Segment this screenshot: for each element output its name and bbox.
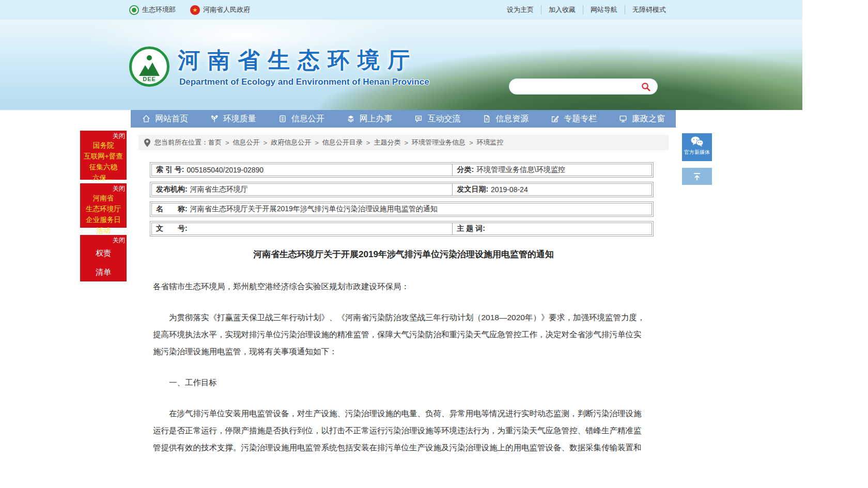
official-media-label: 官方新媒体 [684,149,710,156]
breadcrumb-item-env-mgmt[interactable]: 环境管理业务信息 [412,138,466,147]
promo-line: 河南省 [80,193,127,203]
nav-item-label: 专题专栏 [564,114,597,124]
meta-document-name: 名 称: 河南省生态环境厅关于开展2019年涉气排污单位污染治理设施用电监管的通… [152,203,652,215]
meta-value: 环境管理业务信息\环境监控 [476,165,565,175]
article-body: 各省辖市生态环境局，郑州航空港经济综合实验区规划市政建设环保局： 为贯彻落实《打… [153,278,648,457]
breadcrumb-separator: > [225,139,229,147]
meta-label: 主 题 词: [457,224,485,233]
breadcrumb-separator: > [315,139,319,147]
chat-icon [414,114,423,123]
set-homepage-link[interactable]: 设为主页 [500,5,541,14]
meta-keywords: 主 题 词: [452,223,652,234]
promo-box-service-day[interactable]: 关闭 河南省 生态环境厅 企业服务日 活动 [80,183,127,228]
topbar-link-label: 生态环境部 [142,5,176,14]
back-to-top-button[interactable] [682,168,712,185]
top-utility-bar: 生态环境部 河南省人民政府 设为主页 加入收藏 网站导航 无障碍模式 [0,0,802,20]
breadcrumb-item-catalog[interactable]: 信息公开目录 [322,138,363,147]
nav-item-label: 互动交流 [427,114,460,124]
nav-item-label: 网上办事 [360,114,393,124]
nav-item-label: 网站首页 [155,114,188,124]
meta-value: 河南省生态环境厅关于开展2019年涉气排污单位污染治理设施用电监管的通知 [190,204,438,214]
close-button[interactable]: 关闭 [113,132,125,140]
nav-item-interaction[interactable]: 互动交流 [404,110,472,128]
breadcrumb-separator: > [469,139,473,147]
promo-line: 清单 [80,262,127,281]
wechat-icon [690,133,704,147]
back-to-top-icon [692,172,702,181]
location-pin-icon [144,138,151,147]
topbar-link-label: 河南省人民政府 [203,5,250,14]
book-icon [278,114,287,123]
meta-label: 索 引 号: [156,165,184,175]
breadcrumb-item-env-monitoring[interactable]: 环境监控 [477,138,504,147]
site-title: 河南省生态环境厅 [178,45,417,75]
document-meta-table: 索 引 号: 005185040/2019-02890 分类: 环境管理业务信息… [150,162,654,241]
table-row: 索 引 号: 005185040/2019-02890 分类: 环境管理业务信息… [150,162,654,178]
meta-issuing-agency: 发布机构: 河南省生态环境厅 [152,184,451,195]
promo-line: 互联网+督查 [80,151,127,162]
promo-line: 活动 [80,225,127,236]
nav-item-label: 信息公开 [291,114,324,124]
close-button[interactable]: 关闭 [113,184,125,193]
promo-line: 国务院 [80,140,127,151]
breadcrumb-separator: > [366,139,370,147]
breadcrumb-separator: > [264,139,268,147]
topbar-right-links: 设为主页 加入收藏 网站导航 无障碍模式 [500,0,673,20]
promo-line: 征集六稳 [80,162,127,172]
nav-item-integrity[interactable]: 廉政之窗 [608,110,676,128]
search-icon [641,82,651,92]
mee-logo-icon [129,5,139,15]
breadcrumb-separator: > [404,139,408,147]
nav-item-home[interactable]: 网站首页 [131,110,199,128]
promo-line: 六保.... [80,172,127,183]
promo-line: 生态环境厅 [80,203,127,214]
breadcrumb-item-info-disclosure[interactable]: 信息公开 [233,138,260,147]
add-favorite-link[interactable]: 加入收藏 [541,5,583,14]
breadcrumb: 您当前所在位置： 首页 > 信息公开 > 政府信息公开 > 信息公开目录 > 主… [138,135,669,150]
sprout-icon [210,114,219,123]
logo-mountains [139,62,160,76]
promo-line: 权责 [80,243,127,262]
promo-line: 企业服务日 [80,214,127,225]
nav-item-label: 信息资源 [495,114,529,124]
main-nav: 网站首页 环境质量 信息公开 网上办事 互动交流 [131,110,676,128]
topbar-link-henan-gov[interactable]: 河南省人民政府 [190,5,250,15]
site-map-link[interactable]: 网站导航 [583,5,625,14]
site-subtitle: Department of Ecology and Environment of… [179,77,429,87]
nav-item-env-quality[interactable]: 环境质量 [199,110,267,128]
meta-category: 分类: 环境管理业务信息\环境监控 [452,164,652,176]
table-row: 文 号: 主 题 词: [150,221,654,237]
nav-item-online-services[interactable]: 网上办事 [335,110,404,128]
search-input[interactable] [517,83,639,91]
close-button[interactable]: 关闭 [113,236,125,245]
search-button[interactable] [639,80,653,93]
breadcrumb-item-gov-info[interactable]: 政府信息公开 [271,138,311,147]
meta-label: 分类: [457,165,474,175]
breadcrumb-item-topic[interactable]: 主题分类 [374,138,400,147]
meta-issue-date: 发文日期: 2019-08-24 [452,184,652,195]
logo-figure [147,55,152,60]
diamond-icon [346,114,355,123]
page: 生态环境部 河南省人民政府 设为主页 加入收藏 网站导航 无障碍模式 DEE 河… [0,0,802,488]
nav-item-label: 环境质量 [223,114,256,124]
accessibility-link[interactable]: 无障碍模式 [625,5,673,14]
meta-label: 发文日期: [457,185,488,194]
meta-document-number: 文 号: [152,223,451,234]
meta-label: 发布机构: [156,185,188,194]
nav-item-special-topics[interactable]: 专题专栏 [539,110,608,128]
gov-emblem-icon [190,5,200,15]
page-title: 河南省生态环境厅关于开展2019年涉气排污单位污染治理设施用电监管的通知 [138,248,669,260]
meta-value: 005185040/2019-02890 [187,166,264,174]
promo-box-responsibility-list[interactable]: 关闭 权责 清单 [80,235,127,281]
home-icon [142,114,151,123]
breadcrumb-prefix: 您当前所在位置： [154,138,208,147]
breadcrumb-item-home[interactable]: 首页 [208,138,222,147]
promo-box-guowuyuan[interactable]: 关闭 国务院 互联网+督查 征集六稳 六保.... [80,131,127,180]
official-media-widget[interactable]: 官方新媒体 [682,133,712,161]
search-box [509,78,658,95]
nav-item-info-resources[interactable]: 信息资源 [471,110,539,128]
table-row: 发布机构: 河南省生态环境厅 发文日期: 2019-08-24 [150,182,654,197]
site-banner: DEE 河南省生态环境厅 Department of Ecology and E… [0,20,802,110]
topbar-link-mee[interactable]: 生态环境部 [129,5,176,15]
nav-item-info-disclosure[interactable]: 信息公开 [267,110,335,128]
